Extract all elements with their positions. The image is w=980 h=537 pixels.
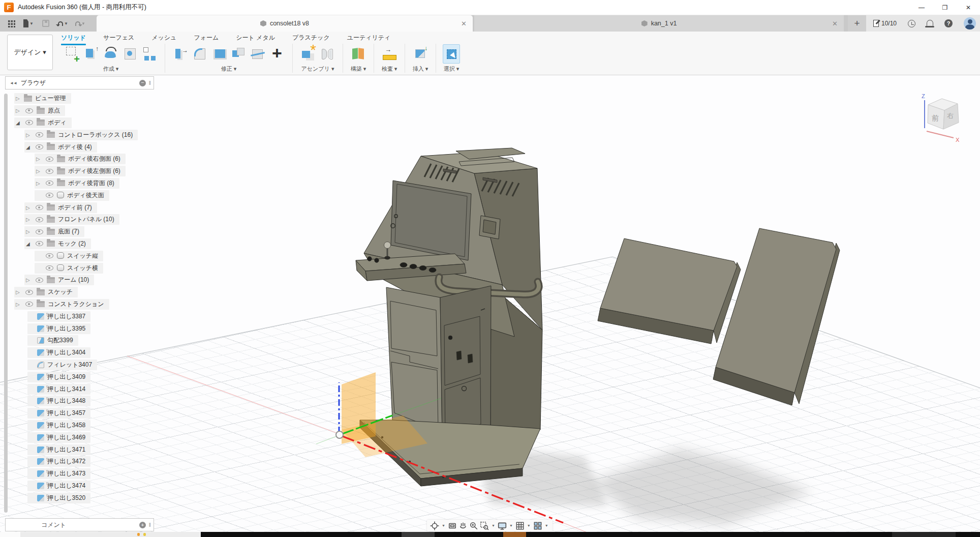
- expand-arrow-icon[interactable]: [36, 168, 43, 174]
- toolbar-group-label[interactable]: アセンブリ ▾: [301, 65, 334, 73]
- grid-dropdown-caret[interactable]: ▼: [527, 524, 531, 527]
- zoom-icon[interactable]: [469, 521, 478, 530]
- tree-row[interactable]: 勾配3399: [11, 335, 225, 347]
- tree-row[interactable]: 押し出し3472: [11, 456, 225, 468]
- viewports-icon[interactable]: [533, 521, 542, 530]
- expand-arrow-icon[interactable]: [16, 108, 23, 113]
- tree-row-content[interactable]: 押し出し3448: [27, 396, 90, 406]
- tree-row-content[interactable]: 押し出し3474: [27, 481, 90, 491]
- toolbar-tool-icon[interactable]: [230, 44, 247, 64]
- tab-close-icon[interactable]: ✕: [461, 20, 467, 27]
- tree-row[interactable]: 底面 (7): [11, 226, 225, 238]
- tree-row[interactable]: 原点: [11, 105, 225, 117]
- minimize-button[interactable]: —: [910, 0, 933, 15]
- expand-arrow-icon[interactable]: [26, 229, 33, 234]
- visibility-eye-icon[interactable]: [36, 144, 43, 150]
- tree-row-content[interactable]: ボディ後左側面 (6): [35, 166, 126, 176]
- tree-row[interactable]: コントローラボックス (16): [11, 129, 225, 141]
- visibility-eye-icon[interactable]: [25, 290, 33, 295]
- expand-arrow-icon[interactable]: [16, 120, 23, 126]
- add-comment-icon[interactable]: +: [139, 522, 146, 528]
- toolbar-tool-icon[interactable]: [412, 44, 429, 64]
- toolbar-tool-icon[interactable]: [121, 44, 139, 64]
- visibility-eye-icon[interactable]: [25, 108, 33, 113]
- tree-row-content[interactable]: 底面 (7): [24, 226, 84, 237]
- document-tab-active[interactable]: consolet18 v8 ✕: [97, 15, 473, 32]
- orbit-icon[interactable]: [430, 521, 439, 530]
- tree-row-content[interactable]: 押し出し3404: [27, 347, 90, 358]
- toolbar-group-label[interactable]: 構築 ▾: [351, 65, 366, 73]
- visibility-eye-icon[interactable]: [36, 229, 43, 234]
- toolbar-tool-icon[interactable]: [141, 44, 158, 64]
- tree-row[interactable]: 押し出し3474: [11, 480, 225, 492]
- pan-icon[interactable]: [458, 521, 468, 530]
- expand-arrow-icon[interactable]: [16, 96, 23, 101]
- document-tab-inactive[interactable]: kan_1 v1 ✕: [474, 15, 844, 32]
- tree-row[interactable]: ボディ後 (4): [11, 141, 225, 153]
- tree-row-content[interactable]: 押し出し3414: [27, 384, 90, 395]
- tree-row-content[interactable]: フィレット3407: [27, 360, 97, 370]
- visibility-eye-icon[interactable]: [36, 278, 43, 283]
- tree-row-content[interactable]: 原点: [14, 105, 65, 116]
- tree-row[interactable]: スイッチ縦: [11, 250, 225, 262]
- panel-grip-icon[interactable]: ‖: [149, 522, 151, 528]
- visibility-eye-icon[interactable]: [25, 120, 33, 125]
- notifications-bell-icon[interactable]: [927, 20, 933, 26]
- tree-row[interactable]: ビュー管理: [11, 93, 225, 105]
- tree-row[interactable]: アーム (10): [11, 274, 225, 286]
- help-icon[interactable]: ?: [944, 19, 953, 27]
- tree-row[interactable]: 押し出し3448: [11, 395, 225, 407]
- tree-row[interactable]: スイッチ横: [11, 262, 225, 274]
- new-tab-button[interactable]: +: [848, 15, 866, 32]
- tree-row-content[interactable]: ボディ後右側面 (6): [35, 154, 126, 164]
- toolbar-tool-icon[interactable]: [350, 44, 367, 64]
- tree-row[interactable]: 押し出し3414: [11, 383, 225, 395]
- tree-row-content[interactable]: 押し出し3458: [27, 420, 90, 431]
- expand-arrow-icon[interactable]: [36, 181, 43, 186]
- tree-row-content[interactable]: ボディ後背面 (8): [35, 178, 119, 189]
- tree-row-content[interactable]: ボディ後 (4): [24, 142, 97, 153]
- tree-row-content[interactable]: ボディ: [14, 117, 72, 128]
- tree-row[interactable]: フィレット3407: [11, 359, 225, 371]
- fit-dropdown-caret[interactable]: ▼: [492, 524, 495, 527]
- history-clock-icon[interactable]: [908, 20, 915, 27]
- collapse-panel-icon[interactable]: ◄◄: [10, 81, 17, 85]
- toolbar-group-label[interactable]: 選択 ▾: [444, 65, 460, 73]
- tree-row-content[interactable]: 押し出し3409: [27, 372, 90, 382]
- visibility-eye-icon[interactable]: [36, 217, 43, 222]
- toolbar-tool-icon[interactable]: [83, 44, 100, 64]
- toolbar-tool-icon[interactable]: [102, 44, 119, 64]
- display-settings-icon[interactable]: [498, 521, 507, 530]
- tree-row[interactable]: 押し出し3469: [11, 431, 225, 443]
- tree-row[interactable]: ボディ前 (7): [11, 201, 225, 214]
- minimize-panel-icon[interactable]: −: [139, 80, 146, 86]
- tree-row[interactable]: 押し出し3458: [11, 420, 225, 432]
- tree-row-content[interactable]: スイッチ横: [35, 263, 103, 274]
- tree-row[interactable]: スケッチ: [11, 286, 225, 299]
- expand-arrow-icon[interactable]: [26, 277, 33, 283]
- tree-row[interactable]: 押し出し3471: [11, 443, 225, 456]
- workspace-tab-label[interactable]: フォーム: [194, 34, 219, 41]
- expand-arrow-icon[interactable]: [26, 241, 33, 247]
- workspace-tab-label[interactable]: サーフェス: [103, 34, 134, 41]
- tree-row[interactable]: 押し出し3473: [11, 468, 225, 480]
- tree-row-content[interactable]: 押し出し3395: [27, 323, 90, 334]
- toolbar-tool-icon[interactable]: [299, 44, 317, 64]
- tree-row-content[interactable]: 押し出し3473: [27, 468, 90, 479]
- tree-row[interactable]: コンストラクション: [11, 299, 225, 311]
- visibility-eye-icon[interactable]: [46, 169, 53, 174]
- job-status[interactable]: 10/10: [873, 20, 897, 27]
- toolbar-tool-icon[interactable]: [381, 44, 398, 64]
- expand-arrow-icon[interactable]: [26, 205, 33, 211]
- expand-arrow-icon[interactable]: [36, 156, 43, 162]
- tree-row[interactable]: 押し出し3409: [11, 371, 225, 383]
- expand-arrow-icon[interactable]: [26, 144, 33, 150]
- app-grid-icon[interactable]: [6, 18, 16, 28]
- panel-grip-icon[interactable]: ‖: [149, 80, 151, 86]
- maximize-button[interactable]: ❐: [933, 0, 957, 15]
- orbit-dropdown-caret[interactable]: ▼: [442, 524, 445, 527]
- tree-row[interactable]: 押し出し3520: [11, 492, 225, 504]
- toolbar-tool-icon[interactable]: [443, 44, 460, 64]
- toolbar-group-label[interactable]: 修正 ▾: [221, 65, 237, 73]
- user-avatar[interactable]: [964, 17, 976, 29]
